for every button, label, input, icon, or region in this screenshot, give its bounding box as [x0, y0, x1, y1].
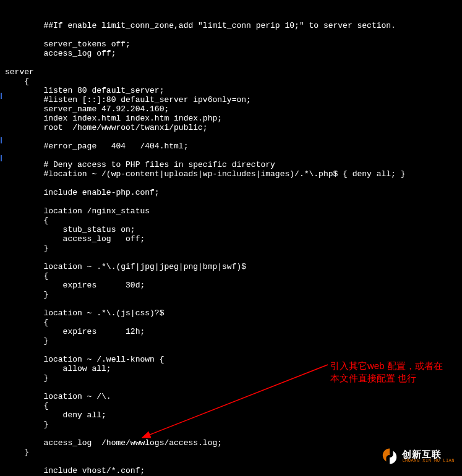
code-line: access_log /home/wwwlogs/access.log; — [5, 438, 457, 448]
code-line: { — [5, 318, 457, 327]
code-line: # Deny access to PHP files in specific d… — [5, 160, 457, 169]
code-line: index index.html index.htm index.php; — [5, 114, 457, 123]
logo-cn: 创新互联 — [402, 449, 455, 459]
code-line: server_tokens off; — [5, 40, 457, 49]
code-line — [5, 299, 457, 308]
code-line — [5, 30, 457, 40]
code-line — [5, 132, 457, 142]
code-line: } — [5, 336, 457, 346]
code-line: location ~ .*\.(gif|jpg|jpeg|png|bmp|swf… — [5, 262, 457, 271]
logo-en: CHUANG XIN HU LIAN — [402, 459, 455, 463]
code-line — [5, 179, 457, 188]
code-line: expires 12h; — [5, 327, 457, 336]
code-line: { — [5, 77, 457, 86]
logo-text: 创新互联 CHUANG XIN HU LIAN — [402, 449, 455, 463]
code-line: #error_page 404 /404.html; — [5, 142, 457, 151]
code-line: server_name 47.92.204.160; — [5, 104, 457, 114]
code-line: { — [5, 216, 457, 225]
code-line: #listen [::]:80 default_server ipv6only=… — [5, 95, 457, 104]
code-line: location ~ /\. — [5, 392, 457, 401]
code-line: include vhost/*.conf; — [5, 466, 457, 475]
code-line — [5, 429, 457, 438]
code-line — [5, 58, 457, 67]
code-line — [5, 197, 457, 206]
code-line: ##If enable limit_conn_zone,add "limit_c… — [5, 21, 457, 30]
code-line: #location ~ /(wp-content|uploads|wp-incl… — [5, 169, 457, 179]
code-line: } — [5, 290, 457, 299]
code-line: access_log off; — [5, 49, 457, 58]
code-line: server — [5, 67, 457, 77]
code-line: { — [5, 271, 457, 281]
code-line: include enable-php.conf; — [5, 188, 457, 197]
annotation-line-1: 引入其它web 配置，或者在 — [330, 360, 443, 372]
watermark-logo: 创新互联 CHUANG XIN HU LIAN — [381, 448, 455, 465]
annotation-line-2: 本文件直接配置 也行 — [330, 372, 443, 385]
code-line: } — [5, 244, 457, 253]
terminal-output: ##If enable limit_conn_zone,add "limit_c… — [0, 0, 462, 476]
code-line: listen 80 default_server; — [5, 86, 457, 95]
code-line: deny all; — [5, 410, 457, 420]
code-line — [5, 151, 457, 160]
code-line: access_log off; — [5, 234, 457, 244]
logo-icon — [381, 448, 398, 465]
code-line: { — [5, 401, 457, 410]
code-line: location ~ .*\.(js|css)?$ — [5, 308, 457, 318]
code-line: location /nginx_status — [5, 206, 457, 216]
code-line: stub_status on; — [5, 225, 457, 234]
code-line — [5, 346, 457, 355]
code-line: root /home/wwwroot/twanxi/public; — [5, 123, 457, 132]
code-line: expires 30d; — [5, 281, 457, 290]
annotation-text: 引入其它web 配置，或者在 本文件直接配置 也行 — [330, 360, 443, 385]
code-line — [5, 253, 457, 262]
code-line: } — [5, 420, 457, 429]
